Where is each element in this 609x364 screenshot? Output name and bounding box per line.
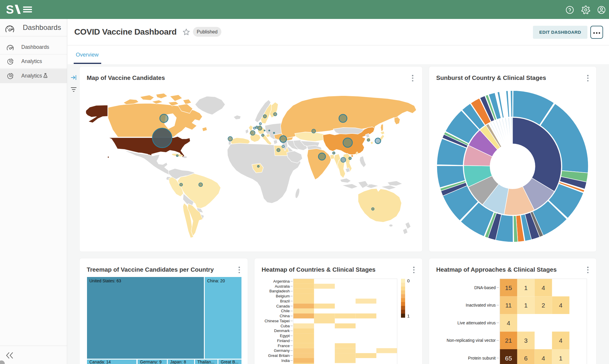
svg-text:21: 21 (505, 337, 512, 344)
svg-text:Great B...: Great B... (221, 360, 239, 364)
svg-text:4: 4 (559, 302, 563, 309)
svg-text:China: China (280, 314, 290, 318)
svg-text:India: India (281, 358, 290, 363)
svg-text:Egypt: Egypt (280, 334, 290, 338)
svg-text:DNA-based: DNA-based (474, 285, 496, 290)
svg-text:United States: 63: United States: 63 (89, 278, 121, 283)
svg-text:4: 4 (507, 320, 510, 326)
svg-text:Bangladesh: Bangladesh (269, 289, 290, 293)
svg-text:65: 65 (505, 355, 512, 362)
svg-text:Canada: 14: Canada: 14 (89, 360, 111, 364)
svg-text:Canada: Canada (276, 304, 290, 308)
svg-text:Inactivated virus: Inactivated virus (466, 303, 496, 307)
svg-text:15: 15 (505, 284, 512, 291)
svg-text:Finland: Finland (277, 339, 290, 343)
svg-text:11: 11 (505, 302, 512, 309)
svg-text:Great Britain: Great Britain (268, 353, 290, 358)
svg-text:Protein subunit: Protein subunit (468, 356, 496, 360)
svg-text:4: 4 (559, 337, 563, 344)
svg-text:France: France (278, 344, 290, 348)
svg-text:Australia: Australia (275, 284, 290, 289)
svg-text:2: 2 (542, 302, 545, 309)
svg-text:3: 3 (524, 337, 528, 344)
svg-text:Non-replicating viral vector: Non-replicating viral vector (447, 338, 496, 343)
svg-text:1: 1 (524, 302, 528, 309)
svg-text:4: 4 (542, 284, 545, 291)
svg-text:0: 0 (407, 278, 410, 283)
svg-text:S: S (7, 4, 14, 15)
svg-text:Live attenuated virus: Live attenuated virus (457, 320, 496, 325)
svg-text:Chinese Taipei: Chinese Taipei (265, 319, 290, 323)
svg-text:4: 4 (542, 355, 545, 362)
svg-text:1: 1 (524, 284, 528, 291)
svg-text:Brazil: Brazil (280, 299, 290, 303)
svg-text:Germany: 9: Germany: 9 (140, 360, 162, 364)
svg-text:Japan: 8: Japan: 8 (170, 360, 186, 364)
svg-text:Argentina: Argentina (273, 279, 290, 284)
svg-text:6: 6 (524, 355, 528, 362)
svg-text:1: 1 (407, 313, 410, 318)
svg-text:1: 1 (559, 355, 563, 362)
svg-text:Belgium: Belgium (276, 294, 290, 298)
svg-text:China: 20: China: 20 (207, 278, 225, 283)
svg-text:Chile: Chile (281, 309, 290, 313)
svg-text:Germany: Germany (274, 348, 290, 353)
svg-text:Thailan...: Thailan... (197, 360, 215, 364)
svg-text:Cuba: Cuba (281, 324, 290, 328)
svg-text:Denmark: Denmark (274, 328, 290, 333)
